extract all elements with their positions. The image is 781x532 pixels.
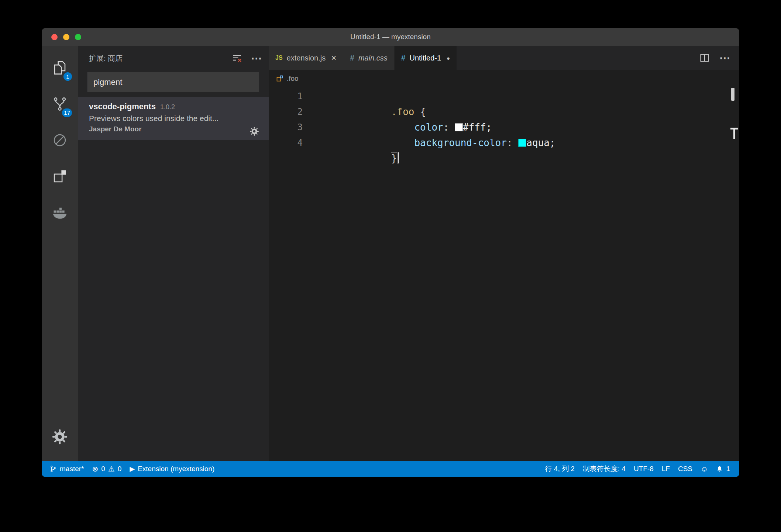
- scrollbar-thumb[interactable]: [731, 88, 734, 101]
- breadcrumb-item[interactable]: .foo: [287, 75, 299, 83]
- css-file-icon: #: [401, 53, 406, 62]
- close-window-button[interactable]: [51, 34, 58, 40]
- css-value-token: aqua;: [526, 137, 555, 148]
- status-bar: master* ⊗ 0 ⚠ 0 ▶ Extension (myextension…: [42, 461, 739, 477]
- extensions-sidebar: 扩展: 商店 ⋯: [78, 46, 269, 461]
- feedback-smiley-button[interactable]: ☺: [696, 461, 712, 477]
- extension-name: vscode-pigments: [89, 102, 156, 111]
- language-mode-indicator[interactable]: CSS: [674, 461, 696, 477]
- editor-group: JS extension.js × # main.css # Untitled-…: [269, 46, 739, 461]
- window-title: Untitled-1 — myextension: [350, 33, 431, 41]
- run-extension-indicator[interactable]: ▶ Extension (myextension): [125, 461, 219, 477]
- clear-extensions-search-button[interactable]: [232, 53, 243, 64]
- extensions-search-box: [87, 72, 259, 92]
- warning-icon: ⚠: [108, 465, 115, 473]
- ellipsis-icon: ⋯: [251, 55, 262, 62]
- smiley-icon: ☺: [701, 465, 708, 473]
- ellipsis-icon: ⋯: [719, 54, 730, 62]
- extension-author: Jasper De Moor: [89, 125, 142, 133]
- notifications-bell-button[interactable]: 1: [712, 461, 734, 477]
- text-cursor: [398, 152, 399, 163]
- extension-manage-gear-button[interactable]: [250, 127, 259, 136]
- color-swatch-aqua: [518, 139, 526, 147]
- extensions-search-input[interactable]: [88, 77, 259, 87]
- extension-description: Previews colors used inside the edit...: [89, 114, 259, 123]
- tab-untitled-1[interactable]: # Untitled-1 ●: [395, 46, 457, 70]
- eol-indicator[interactable]: LF: [658, 461, 674, 477]
- gear-icon: [250, 127, 259, 136]
- line-number[interactable]: 4: [269, 135, 303, 151]
- extensions-icon: [52, 169, 68, 184]
- css-property-token: background-color: [414, 137, 506, 148]
- tab-label: extension.js: [287, 54, 326, 62]
- editor-more-actions-button[interactable]: ⋯: [719, 54, 730, 62]
- close-brace-token: }: [391, 153, 397, 164]
- problems-indicator[interactable]: ⊗ 0 ⚠ 0: [88, 461, 125, 477]
- line-number[interactable]: 1: [269, 89, 303, 104]
- breadcrumb: .foo: [269, 70, 739, 87]
- tab-bar: JS extension.js × # main.css # Untitled-…: [269, 46, 739, 70]
- split-editor-button[interactable]: [699, 53, 710, 63]
- play-icon: ▶: [130, 466, 135, 472]
- tab-extension-js[interactable]: JS extension.js ×: [269, 46, 343, 70]
- cursor-position-indicator[interactable]: 行 4, 列 2: [541, 461, 579, 477]
- bell-icon: [716, 465, 723, 473]
- css-file-icon: #: [350, 53, 354, 62]
- activity-docker[interactable]: [42, 194, 78, 231]
- line-number[interactable]: 2: [269, 104, 303, 120]
- error-count: 0: [101, 465, 105, 473]
- activity-bar: 1 17: [42, 46, 78, 461]
- minimize-window-button[interactable]: [63, 34, 69, 40]
- title-bar: Untitled-1 — myextension: [42, 28, 739, 46]
- color-swatch-white: [455, 123, 463, 131]
- git-branch-indicator[interactable]: master*: [45, 461, 88, 477]
- extension-list-item[interactable]: vscode-pigments 1.0.2 Previews colors us…: [78, 97, 269, 140]
- sidebar-more-actions-button[interactable]: ⋯: [251, 55, 262, 62]
- overview-ruler-decoration: [730, 128, 738, 139]
- js-file-icon: JS: [275, 55, 283, 61]
- tab-label: Untitled-1: [410, 54, 441, 62]
- filter-clear-icon: [232, 53, 243, 64]
- error-icon: ⊗: [92, 465, 98, 473]
- zoom-window-button[interactable]: [75, 34, 81, 40]
- code-line: 3 background-color: aqua;: [269, 120, 739, 135]
- symbol-class-icon: [276, 75, 283, 82]
- vscode-window: Untitled-1 — myextension 1 17: [42, 28, 739, 477]
- split-editor-icon: [699, 53, 710, 63]
- gear-icon: [52, 429, 68, 445]
- encoding-indicator[interactable]: UTF-8: [630, 461, 658, 477]
- activity-source-control[interactable]: 17: [42, 86, 78, 122]
- window-controls: [51, 28, 81, 46]
- settings-gear-button[interactable]: [42, 419, 78, 455]
- activity-explorer[interactable]: 1: [42, 50, 78, 86]
- debug-disabled-icon: [52, 132, 68, 148]
- warning-count: 0: [118, 465, 122, 473]
- code-line: 1 .foo {: [269, 89, 739, 104]
- sidebar-header: 扩展: 商店 ⋯: [78, 46, 269, 70]
- close-tab-icon[interactable]: ×: [331, 53, 336, 62]
- branch-icon: [49, 464, 57, 473]
- activity-debug[interactable]: [42, 122, 78, 158]
- modified-dot-icon[interactable]: ●: [447, 55, 450, 61]
- code-line: 2 color: #fff;: [269, 104, 739, 120]
- activity-extensions[interactable]: [42, 158, 78, 194]
- extension-version: 1.0.2: [160, 103, 175, 111]
- notification-count: 1: [726, 465, 730, 473]
- explorer-badge: 1: [63, 72, 73, 82]
- code-editor[interactable]: 1 .foo { 2 color: #fff; 3 background-col…: [269, 87, 739, 461]
- sidebar-title: 扩展: 商店: [89, 53, 232, 63]
- line-number[interactable]: 3: [269, 120, 303, 135]
- docker-whale-icon: [52, 204, 68, 221]
- indentation-indicator[interactable]: 制表符长度: 4: [579, 461, 630, 477]
- source-control-badge: 17: [61, 108, 73, 118]
- tab-main-css[interactable]: # main.css: [343, 46, 395, 70]
- tab-label: main.css: [358, 54, 388, 62]
